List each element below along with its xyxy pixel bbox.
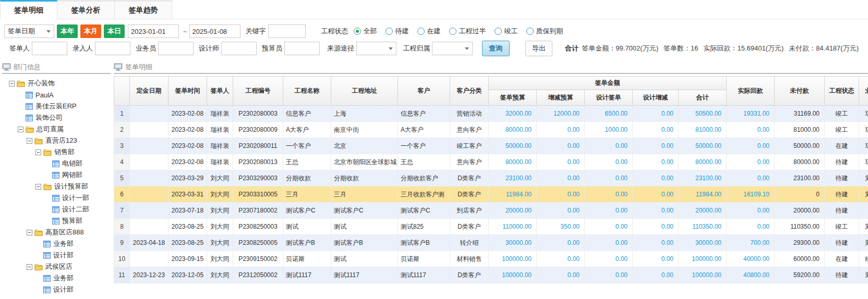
tree-node[interactable]: 设计部	[2, 284, 111, 295]
status-radio-option[interactable]: 全部	[354, 27, 377, 36]
person-filter-input[interactable]	[32, 42, 67, 55]
col-received[interactable]: 实际回款	[727, 77, 775, 106]
tree-node[interactable]: PaulA	[2, 89, 111, 101]
status-label: 工程状态	[321, 27, 348, 36]
table-row[interactable]: 1 2023-02-08 瑞祥装 P2302080003 信息客户 上海 信息客…	[114, 106, 868, 122]
radio-icon[interactable]	[495, 28, 502, 35]
col-customer[interactable]: 客户	[398, 77, 450, 106]
tree-node[interactable]: 武侯区店	[2, 261, 111, 272]
tree-node[interactable]: 业务部	[2, 272, 111, 284]
table-row[interactable]: 9 2023-04-18 2023-08-25 刘大同 P2308250005 …	[114, 235, 868, 251]
tree-node[interactable]: 电销部	[2, 158, 111, 169]
keyword-input[interactable]	[268, 24, 306, 38]
date-field-select[interactable]: 签单日期	[4, 24, 54, 38]
person-filter-input[interactable]	[158, 42, 194, 55]
person-filter-input[interactable]	[221, 42, 257, 55]
col-project-name[interactable]: 工程名称	[283, 77, 331, 106]
query-button[interactable]: 查询	[482, 41, 510, 56]
cell-status: 竣工	[825, 219, 859, 235]
tree-node[interactable]: 直营店123	[2, 135, 111, 146]
tree-node[interactable]: 设计二部	[2, 204, 111, 215]
table-row[interactable]: 7 2023-07-18 刘大同 P2307180002 测试客户C 测试客户C…	[114, 203, 868, 219]
table-row[interactable]: 10 2023-09-15 刘大同 P2309150002 贝诺斯 测试 贝诺斯…	[114, 251, 868, 267]
status-radio-option[interactable]: 待建	[385, 27, 409, 36]
radio-icon[interactable]	[417, 28, 425, 35]
status-radio-option[interactable]: 竣工	[495, 27, 518, 36]
col-budget-adj[interactable]: 增减预算	[537, 90, 585, 106]
tree-node[interactable]: 高新区店888	[2, 227, 111, 238]
col-sign-date[interactable]: 签单时间	[168, 77, 207, 106]
quick-date-button[interactable]: 本日	[104, 24, 125, 38]
radio-icon[interactable]	[526, 28, 534, 35]
col-salesman[interactable]: 业务员	[859, 77, 868, 106]
status-radio-option[interactable]: 工程过半	[449, 27, 486, 36]
cell-signer: 刘大同	[207, 219, 233, 235]
filter-row-1: 签单日期 本年 本月 本日 ~	[4, 23, 864, 39]
table-row[interactable]: 5 2023-03-29 刘大同 P2303290003 分期收款 分期收款 分…	[114, 170, 868, 186]
tab[interactable]: 签单明细	[0, 0, 57, 19]
tree-node[interactable]: 业务部	[2, 238, 111, 250]
collapse-expander-icon[interactable]	[27, 138, 32, 144]
col-project-no[interactable]: 工程编号	[233, 77, 283, 106]
radio-icon[interactable]	[354, 28, 361, 35]
collapse-expander-icon[interactable]	[9, 81, 15, 86]
col-signer[interactable]: 签单人	[207, 77, 233, 106]
date-to-input[interactable]	[189, 24, 240, 38]
col-budget[interactable]: 签单预算	[489, 90, 537, 106]
person-filter-input[interactable]	[284, 42, 320, 55]
col-design-sign[interactable]: 设计签单	[585, 90, 633, 106]
table-row[interactable]: 3 2023-02-08 瑞祥装 P2302080011 一个客户 北京 一个客…	[114, 138, 868, 154]
table-row[interactable]: 4 2023-02-08 瑞祥装 P2302080013 王总 北京市朝阳区全球…	[114, 154, 868, 170]
cell-design-sign: 0.00	[585, 186, 633, 203]
quick-date-button[interactable]: 本年	[57, 24, 78, 38]
date-field-select-value: 签单日期	[8, 27, 35, 36]
tree-node[interactable]: 网销部	[2, 169, 111, 181]
table-row[interactable]: 11 2023-12-23 2023-12-05 刘大同 P2312050002…	[114, 267, 868, 283]
cell-budget-adj: 0.00	[537, 186, 585, 203]
radio-icon[interactable]	[385, 28, 393, 35]
tree-node[interactable]: 销售部	[2, 146, 111, 158]
person-filter-input[interactable]	[95, 42, 130, 55]
radio-icon[interactable]	[449, 28, 456, 35]
tree-node[interactable]: 总司直属	[2, 123, 111, 135]
tab[interactable]: 签单趋势	[115, 0, 172, 19]
cell-deposit-date	[130, 186, 168, 203]
quick-date-button[interactable]: 本月	[80, 24, 101, 38]
belong-select[interactable]	[432, 42, 472, 55]
col-unpaid[interactable]: 未付款	[775, 77, 825, 106]
tree-node[interactable]: 设计预算部	[2, 181, 111, 192]
collapse-expander-icon[interactable]	[27, 230, 32, 235]
tree-node[interactable]: 预算部	[2, 215, 111, 227]
tree-node[interactable]: 开心装饰	[2, 78, 111, 89]
table-row[interactable]: 2 2023-02-08 瑞祥装 P2302080009 A大客户 南京中街 A…	[114, 122, 868, 138]
col-cust-class[interactable]: 客户分类	[450, 77, 489, 106]
cell-salesman: 刘大同	[859, 186, 868, 203]
export-button[interactable]: 导出	[525, 41, 553, 56]
table-icon	[43, 286, 51, 293]
source-select[interactable]	[356, 42, 396, 55]
cell-salesman	[859, 203, 868, 219]
col-total[interactable]: 合计	[679, 90, 727, 106]
status-radio-option[interactable]: 在建	[417, 27, 441, 36]
col-design-adj[interactable]: 设计增减	[633, 90, 679, 106]
status-radio-option[interactable]: 质保到期	[526, 27, 563, 36]
table-row[interactable]: 8 2023-08-25 刘大同 P2308250003 测试 测试 测试825…	[114, 219, 868, 235]
tree-node[interactable]: 美佳云装ERP	[2, 101, 111, 112]
date-from-input[interactable]	[128, 24, 179, 38]
tree-node[interactable]: 设计部	[2, 250, 111, 261]
table-row[interactable]: 6 2023-03-31 刘大同 P2303310005 三月 三月 三月收款客…	[114, 186, 868, 203]
col-address[interactable]: 工程地址	[331, 77, 398, 106]
col-deposit-date[interactable]: 定金日期	[130, 77, 168, 106]
tab[interactable]: 签单分析	[57, 0, 115, 19]
collapse-expander-icon[interactable]	[18, 127, 23, 132]
tree-node[interactable]: 装饰公司	[2, 112, 111, 123]
col-status[interactable]: 工程状态	[825, 77, 859, 106]
tree-node[interactable]: 设计一部	[2, 192, 111, 204]
cell-sign-date: 2023-02-08	[168, 138, 207, 154]
cell-customer: 测试1117	[398, 267, 450, 283]
collapse-expander-icon[interactable]	[27, 264, 32, 270]
collapse-expander-icon[interactable]	[35, 184, 41, 190]
collapse-expander-icon[interactable]	[35, 150, 41, 155]
cell-budget: 20000.00	[489, 203, 537, 219]
cell-budget: 30000.00	[489, 235, 537, 251]
